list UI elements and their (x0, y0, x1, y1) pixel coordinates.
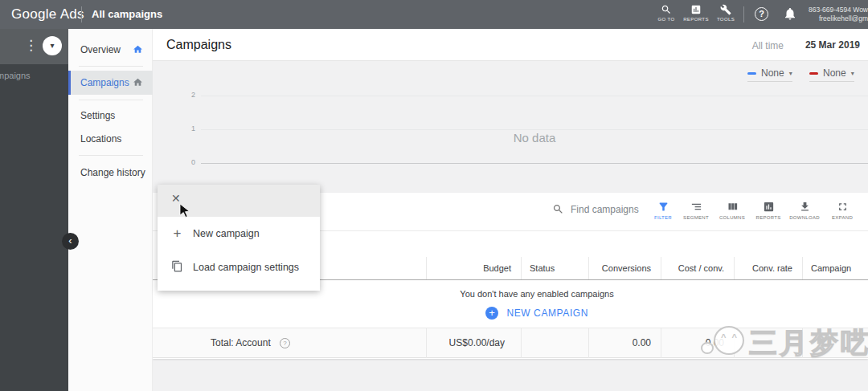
chevron-down-icon: ▾ (851, 70, 854, 77)
column-header-cost-per-conv[interactable]: Cost / conv. (661, 257, 734, 279)
column-header-conv-rate[interactable]: Conv. rate (734, 257, 802, 279)
y-axis-tick: 1 (181, 124, 195, 132)
top-bar: Google Ads All campaigns GO TO REPORTS T… (0, 0, 868, 29)
gridline (201, 163, 868, 164)
metric-name: None (761, 67, 784, 79)
reports-icon (690, 4, 702, 15)
metric-selector-2[interactable]: None ▾ (809, 67, 854, 82)
account-phone: 863-669-4594 Wow (800, 6, 868, 14)
search-icon (552, 203, 564, 215)
account-context-label[interactable]: All campaigns (92, 0, 162, 29)
chart-empty-message: No data (201, 131, 868, 145)
topbar-divider (81, 6, 82, 22)
help-circle-icon[interactable]: ? (280, 338, 290, 348)
topbar-divider (743, 6, 744, 22)
total-budget-cell: US$0.00/day (426, 328, 521, 358)
wrench-icon (720, 4, 731, 15)
plus-icon: + (170, 226, 184, 240)
expand-label: EXPAND (825, 215, 860, 220)
segment-icon (690, 201, 702, 213)
columns-label: COLUMNS (714, 215, 750, 220)
tools-label: TOOLS (708, 17, 743, 22)
metric-color-swatch (747, 72, 756, 75)
plus-circle-icon: + (485, 307, 498, 320)
sidebar-item-locations[interactable]: Locations (68, 128, 153, 150)
download-icon (799, 201, 811, 213)
settings-label: Settings (80, 110, 115, 121)
bell-icon (783, 6, 797, 21)
expand-icon (837, 201, 849, 213)
column-header-conversions[interactable]: Conversions (588, 257, 661, 279)
y-axis-tick: 0 (181, 158, 195, 166)
metric-name: None (823, 67, 846, 79)
tools-button[interactable]: TOOLS (708, 2, 743, 28)
filter-funnel-icon (657, 201, 669, 213)
menu-item-load-campaign-settings[interactable]: Load campaign settings (158, 250, 320, 284)
kebab-menu-icon[interactable]: ⋮ (24, 37, 35, 55)
notifications-button[interactable] (783, 6, 797, 21)
google-ads-logo[interactable]: Google Ads (11, 0, 84, 29)
total-campaign-cell (802, 328, 868, 358)
toolbar-reports-label: REPORTS (751, 215, 786, 220)
popup-body: + New campaign Load campaign settings (158, 217, 320, 291)
change-history-label: Change history (80, 167, 145, 178)
metric-selector-1[interactable]: None ▾ (747, 67, 792, 82)
y-axis-tick: 2 (181, 91, 195, 99)
segment-button[interactable]: SEGMENT (678, 201, 714, 220)
column-header-budget[interactable]: Budget (426, 257, 521, 279)
chevron-down-icon: ▾ (789, 70, 792, 77)
total-cost-per-conv-cell: 0.00 (661, 328, 734, 358)
account-info[interactable]: 863-669-4594 Wow freelikehell@gm (800, 6, 868, 23)
total-account-label: Total: Account ? (211, 328, 290, 358)
navigation-rail: ⋮ ▾ mpaigns (0, 29, 68, 391)
chevron-left-icon: ‹ (68, 234, 72, 246)
google-ads-app: Google Ads All campaigns GO TO REPORTS T… (0, 0, 868, 391)
new-campaign-label: NEW CAMPAIGN (506, 308, 588, 319)
metric-color-swatch (809, 72, 818, 75)
chevron-down-icon: ▾ (50, 41, 54, 50)
sidebar-item-settings[interactable]: Settings (68, 104, 153, 127)
nav-separator (79, 100, 143, 100)
date-range-label[interactable]: All time (752, 40, 784, 51)
total-status-cell (521, 328, 588, 358)
page-header: Campaigns All time 25 Mar 2019 (153, 29, 868, 61)
gridline (201, 129, 868, 130)
rail-collapse-circle-button[interactable]: ▾ (43, 36, 62, 55)
new-campaign-popup: ✕ + New campaign Load campaign settings (158, 185, 320, 291)
toolbar-reports-button[interactable]: REPORTS (751, 201, 786, 220)
question-icon: ? (759, 9, 764, 18)
segment-label: SEGMENT (678, 215, 714, 220)
sub-navigation: Overview Campaigns Settings Locations Ch… (68, 29, 153, 391)
sidebar-item-change-history[interactable]: Change history (68, 161, 153, 184)
reports-chart-icon (763, 201, 775, 213)
column-header-campaign[interactable]: Campaign (802, 257, 868, 279)
sidebar-item-campaigns[interactable]: Campaigns (68, 71, 153, 95)
total-conv-rate-cell (734, 328, 802, 358)
help-button[interactable]: ? (755, 7, 768, 21)
mouse-cursor (179, 203, 190, 222)
gridline (201, 96, 868, 96)
account-email: freelikehell@gm (800, 14, 868, 23)
filter-label: FILTER (645, 215, 681, 220)
filter-button[interactable]: FILTER (645, 201, 681, 220)
sidebar-item-overview[interactable]: Overview (68, 39, 153, 61)
home-icon (133, 44, 143, 55)
panel-collapse-button[interactable]: ‹ (62, 233, 79, 250)
nav-separator (79, 155, 143, 156)
page-title: Campaigns (166, 38, 231, 52)
home-icon (133, 77, 143, 88)
column-header-status[interactable]: Status (521, 257, 588, 279)
download-button[interactable]: DOWNLOAD (787, 201, 822, 220)
columns-button[interactable]: COLUMNS (714, 201, 750, 220)
locations-label: Locations (80, 133, 121, 145)
search-icon (661, 4, 672, 15)
copy-icon (170, 260, 184, 274)
menu-item-label: New campaign (193, 217, 260, 250)
menu-item-label: Load campaign settings (193, 250, 299, 284)
nav-separator (79, 66, 143, 67)
total-label-text: Total: Account (211, 337, 271, 348)
new-campaign-button[interactable]: + NEW CAMPAIGN (206, 305, 868, 320)
date-picker[interactable]: 25 Mar 2019 (805, 39, 860, 51)
download-label: DOWNLOAD (787, 215, 822, 220)
expand-button[interactable]: EXPAND (825, 201, 860, 220)
